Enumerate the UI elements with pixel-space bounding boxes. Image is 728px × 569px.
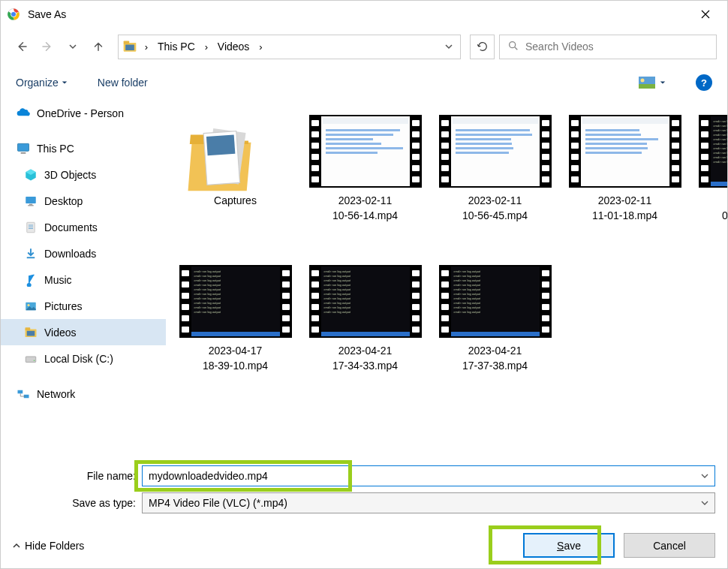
forward-button[interactable] (37, 36, 58, 57)
back-button[interactable] (11, 36, 32, 57)
hide-folders-toggle[interactable]: Hide Folders (13, 540, 84, 552)
breadcrumb-videos[interactable]: Videos (215, 39, 253, 54)
thispc-icon (16, 141, 31, 156)
tree-item-net[interactable]: Network (1, 381, 166, 407)
save-button-rest: ave (564, 540, 581, 552)
filename-input[interactable]: mydownloadedvideo.mp4 (142, 465, 715, 486)
cancel-button[interactable]: Cancel (624, 533, 715, 558)
address-dropdown[interactable] (441, 41, 457, 53)
bottom-panel: File name: mydownloadedvideo.mp4 Save as… (1, 453, 727, 522)
video-thumbnail: cmd> run log output cmd> run log output … (439, 265, 552, 338)
folder-tree: OneDrive - PersonThis PC3D ObjectsDeskto… (1, 100, 166, 453)
search-input[interactable] (525, 41, 708, 53)
tree-item-label: 3D Objects (44, 169, 96, 181)
chevron-right-icon[interactable]: › (141, 41, 152, 53)
videos-folder-icon (122, 38, 138, 55)
tree-item-3d[interactable]: 3D Objects (1, 161, 166, 188)
svg-rect-6 (125, 45, 134, 51)
video-thumbnail (569, 115, 681, 188)
tree-item-onedrive[interactable]: OneDrive - Person (1, 100, 166, 126)
search-box[interactable] (499, 35, 717, 59)
videos-icon (23, 325, 38, 340)
svg-point-7 (510, 41, 516, 47)
item-label: 2023-04-21 17-34-33.mp4 (332, 344, 398, 373)
video-thumbnail (309, 115, 422, 188)
svg-rect-25 (27, 330, 35, 336)
item-label: 2023-04-21 17-37-38.mp4 (462, 344, 528, 373)
tree-item-label: Music (44, 274, 72, 286)
video-thumbnail: cmd> run log output cmd> run log output … (309, 265, 422, 338)
address-bar[interactable]: › This PC › Videos › (118, 35, 461, 59)
help-button[interactable]: ? (696, 74, 712, 91)
hide-folders-label: Hide Folders (25, 540, 84, 552)
svg-point-3 (11, 12, 16, 17)
save-button[interactable]: Save (523, 533, 615, 558)
refresh-button[interactable] (470, 35, 495, 59)
video-item[interactable]: 2023-02-11 10-56-14.mp4 (303, 115, 427, 250)
desktop-icon (23, 194, 38, 209)
organize-label: Organize (16, 77, 59, 89)
tree-item-desktop[interactable]: Desktop (1, 188, 166, 214)
folder-item[interactable]: Captures (173, 115, 297, 250)
tree-item-thispc[interactable]: This PC (1, 135, 166, 161)
svg-point-27 (34, 360, 35, 361)
item-label: 2023-02-11 11-01-18.mp4 (592, 194, 657, 223)
newfolder-button[interactable]: New folder (98, 77, 148, 89)
video-item[interactable]: cmd> run log output cmd> run log output … (173, 265, 297, 400)
breadcrumb-thispc[interactable]: This PC (155, 39, 198, 54)
svg-rect-26 (26, 357, 36, 363)
save-as-dialog: Save As › This PC › Videos › (0, 0, 728, 569)
onedrive-icon (16, 106, 31, 121)
chevron-right-icon[interactable]: › (255, 41, 266, 53)
tree-item-label: Pictures (44, 300, 83, 312)
svg-rect-28 (18, 390, 23, 393)
svg-rect-13 (26, 197, 36, 203)
item-label: 2023-04-13 00-38-25.mp4 (722, 194, 727, 223)
tree-item-label: Desktop (44, 195, 83, 207)
item-label: 2023-04-17 18-39-10.mp4 (203, 344, 268, 373)
video-item[interactable]: cmd> run log output cmd> run log output … (433, 265, 557, 400)
up-button[interactable] (88, 36, 109, 57)
organize-menu[interactable]: Organize (16, 77, 68, 89)
video-item[interactable]: cmd> run log output cmd> run log output … (693, 115, 727, 250)
savetype-label: Save as type: (13, 497, 136, 509)
tree-item-dl[interactable]: Downloads (1, 240, 166, 266)
tree-item-label: OneDrive - Person (37, 107, 124, 119)
view-menu[interactable] (639, 77, 666, 89)
item-label: 2023-02-11 10-56-14.mp4 (332, 194, 398, 223)
svg-rect-5 (124, 41, 130, 44)
tree-item-pics[interactable]: Pictures (1, 293, 166, 319)
tree-item-docs[interactable]: Documents (1, 214, 166, 240)
video-item[interactable]: 2023-02-11 10-56-45.mp4 (433, 115, 557, 250)
video-item[interactable]: 2023-02-11 11-01-18.mp4 (563, 115, 687, 250)
tree-item-label: Videos (44, 327, 77, 339)
video-thumbnail: cmd> run log output cmd> run log output … (179, 265, 292, 338)
tree-item-music[interactable]: Music (1, 266, 166, 293)
savetype-value: MP4 Video File (VLC) (*.mp4) (149, 497, 287, 509)
chevron-right-icon[interactable]: › (201, 41, 212, 53)
net-icon (16, 387, 31, 402)
tree-item-label: This PC (37, 143, 74, 155)
close-button[interactable] (690, 3, 721, 26)
svg-rect-14 (29, 203, 33, 204)
tree-item-videos[interactable]: Videos (1, 319, 166, 345)
svg-rect-16 (27, 222, 35, 233)
savetype-dropdown[interactable]: MP4 Video File (VLC) (*.mp4) (142, 492, 715, 513)
pics-icon (23, 299, 38, 314)
svg-rect-15 (28, 205, 34, 206)
history-dropdown[interactable] (62, 36, 83, 57)
filename-value: mydownloadedvideo.mp4 (149, 470, 268, 482)
tree-item-label: Documents (44, 221, 98, 233)
svg-rect-12 (21, 152, 26, 154)
item-label: 2023-02-11 10-56-45.mp4 (462, 194, 528, 223)
tree-item-label: Local Disk (C:) (44, 353, 113, 365)
video-item[interactable]: cmd> run log output cmd> run log output … (303, 265, 427, 400)
tree-item-disk[interactable]: Local Disk (C:) (1, 345, 166, 372)
docs-icon (23, 220, 38, 235)
disk-icon (23, 351, 38, 366)
filename-label: File name: (13, 470, 136, 482)
tree-item-label: Downloads (44, 248, 96, 260)
toolbar: Organize New folder ? (1, 65, 727, 100)
dialog-footer: Hide Folders Save Cancel (1, 522, 727, 568)
chrome-icon (7, 8, 20, 21)
